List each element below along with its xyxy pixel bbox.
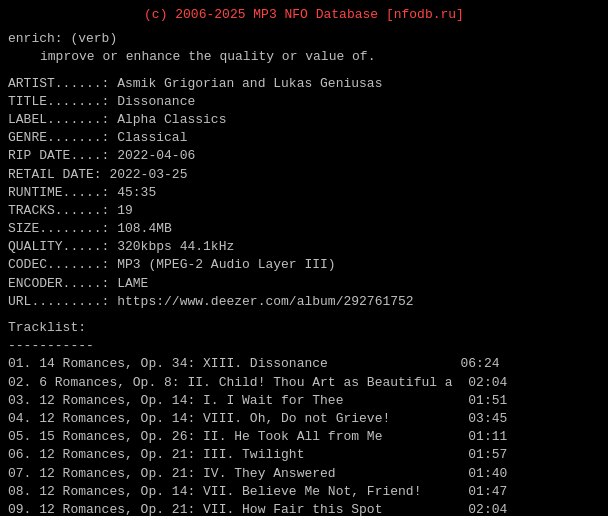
- enrich-block: enrich: (verb) improve or enhance the qu…: [8, 30, 600, 66]
- meta-label: LABEL.......: Alpha Classics: [8, 111, 600, 129]
- meta-retail-date: RETAIL DATE: 2022-03-25: [8, 166, 600, 184]
- tracklist-separator: -----------: [8, 337, 600, 355]
- meta-rip-date: RIP DATE....: 2022-04-06: [8, 147, 600, 165]
- meta-artist: ARTIST......: Asmik Grigorian and Lukas …: [8, 75, 600, 93]
- tracklist-section: Tracklist: ----------- 01. 14 Romances, …: [8, 319, 600, 516]
- enrich-description: improve or enhance the quality or value …: [8, 48, 600, 66]
- list-item: 04. 12 Romances, Op. 14: VIII. Oh, Do no…: [8, 410, 600, 428]
- list-item: 01. 14 Romances, Op. 34: XIII. Dissonanc…: [8, 355, 600, 373]
- meta-genre: GENRE.......: Classical: [8, 129, 600, 147]
- meta-codec: CODEC.......: MP3 (MPEG-2 Audio Layer II…: [8, 256, 600, 274]
- copyright-text: (c) 2006-2025 MP3 NFO Database [nfodb.ru…: [144, 7, 464, 22]
- meta-url: URL.........: https://www.deezer.com/alb…: [8, 293, 600, 311]
- meta-size: SIZE........: 108.4MB: [8, 220, 600, 238]
- list-item: 03. 12 Romances, Op. 14: I. I Wait for T…: [8, 392, 600, 410]
- list-item: 06. 12 Romances, Op. 21: III. Twilight 0…: [8, 446, 600, 464]
- meta-quality: QUALITY.....: 320kbps 44.1kHz: [8, 238, 600, 256]
- meta-runtime: RUNTIME.....: 45:35: [8, 184, 600, 202]
- list-item: 08. 12 Romances, Op. 14: VII. Believe Me…: [8, 483, 600, 501]
- list-item: 05. 15 Romances, Op. 26: II. He Took All…: [8, 428, 600, 446]
- track-list: 01. 14 Romances, Op. 34: XIII. Dissonanc…: [8, 355, 600, 516]
- metadata-block: ARTIST......: Asmik Grigorian and Lukas …: [8, 75, 600, 311]
- list-item: 09. 12 Romances, Op. 21: VII. How Fair t…: [8, 501, 600, 516]
- enrich-label: enrich: (verb): [8, 30, 600, 48]
- list-item: 02. 6 Romances, Op. 8: II. Child! Thou A…: [8, 374, 600, 392]
- list-item: 07. 12 Romances, Op. 21: IV. They Answer…: [8, 465, 600, 483]
- tracklist-header: Tracklist:: [8, 319, 600, 337]
- meta-tracks: TRACKS......: 19: [8, 202, 600, 220]
- meta-title: TITLE.......: Dissonance: [8, 93, 600, 111]
- header-line: (c) 2006-2025 MP3 NFO Database [nfodb.ru…: [8, 6, 600, 24]
- meta-encoder: ENCODER.....: LAME: [8, 275, 600, 293]
